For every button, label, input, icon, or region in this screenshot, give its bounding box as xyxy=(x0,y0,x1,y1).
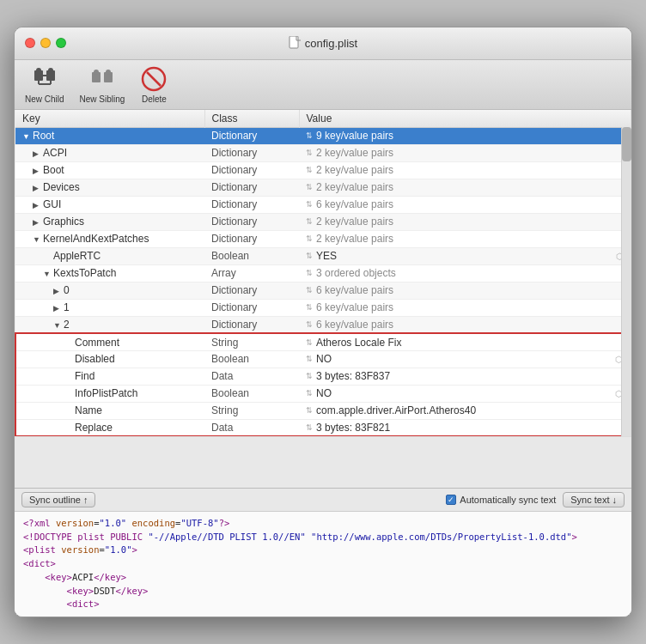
table-row[interactable]: ReplaceData⇅3 bytes: 83F821 xyxy=(15,419,631,436)
delete-icon xyxy=(140,65,168,93)
window-title: config.plist xyxy=(289,36,357,50)
row-key-cell: Disabled xyxy=(15,350,204,368)
table-row[interactable]: ▶0Dictionary⇅6 key/value pairs xyxy=(15,282,631,299)
svg-point-12 xyxy=(106,70,111,75)
col-header-value[interactable]: Value xyxy=(299,110,631,128)
table-row[interactable]: ▼KextsToPatchArray⇅3 ordered objects xyxy=(15,264,631,282)
row-class-cell: Dictionary xyxy=(204,299,299,316)
row-key-cell: ▼KernelAndKextPatches xyxy=(15,230,204,247)
table-row[interactable]: ▼RootDictionary⇅9 key/value pairs xyxy=(15,127,631,144)
svg-point-5 xyxy=(48,68,53,73)
xml-line-4: <dict> xyxy=(23,557,623,571)
row-key-cell: Comment xyxy=(15,333,204,350)
row-key-cell: Replace xyxy=(15,419,204,436)
row-class-cell: Data xyxy=(204,368,299,385)
delete-button[interactable]: Delete xyxy=(140,65,168,104)
row-class-cell: Boolean xyxy=(204,385,299,402)
table-row[interactable]: ▶GraphicsDictionary⇅2 key/value pairs xyxy=(15,213,631,230)
new-child-icon xyxy=(31,65,58,93)
xml-line-1: <?xml version="1.0" encoding="UTF-8"?> xyxy=(23,517,623,531)
sync-text-button[interactable]: Sync text ↓ xyxy=(563,492,625,507)
row-key-cell: ▶Boot xyxy=(15,161,204,179)
row-key-cell: ▶Devices xyxy=(15,179,204,196)
row-value-cell: ⇅NO⬡ xyxy=(299,385,631,402)
new-sibling-label: New Sibling xyxy=(80,94,125,104)
table-row[interactable]: ▶BootDictionary⇅2 key/value pairs xyxy=(15,161,631,179)
row-class-cell: Dictionary xyxy=(204,161,299,179)
row-value-cell: ⇅6 key/value pairs xyxy=(299,316,631,333)
row-key-cell: ▶1 xyxy=(15,299,204,316)
xml-line-3: <plist version="1.0"> xyxy=(23,544,623,557)
sync-outline-button[interactable]: Sync outline ↑ xyxy=(21,492,95,507)
file-icon xyxy=(289,36,301,50)
table-row[interactable]: DisabledBoolean⇅NO⬡ xyxy=(15,350,631,368)
row-class-cell: String xyxy=(204,402,299,419)
xml-line-6: <key>DSDT</key> xyxy=(23,585,623,598)
table-row[interactable]: FindData⇅3 bytes: 83F837 xyxy=(15,368,631,385)
row-value-cell: ⇅YES⬡ xyxy=(299,247,631,264)
auto-sync-label[interactable]: ✓ Automatically sync text xyxy=(446,495,556,505)
row-class-cell: Dictionary xyxy=(204,196,299,213)
close-button[interactable] xyxy=(25,38,35,48)
table-row[interactable]: NameString⇅com.apple.driver.AirPort.Athe… xyxy=(15,402,631,419)
bottom-area: Sync outline ↑ ✓ Automatically sync text… xyxy=(15,488,631,617)
sync-right: ✓ Automatically sync text Sync text ↓ xyxy=(446,492,625,507)
new-child-button[interactable]: New Child xyxy=(25,65,64,104)
row-value-cell: ⇅NO⬡ xyxy=(299,350,631,368)
zoom-button[interactable] xyxy=(56,38,66,48)
delete-label: Delete xyxy=(142,94,167,104)
table-row[interactable]: ▶DevicesDictionary⇅2 key/value pairs xyxy=(15,179,631,196)
svg-point-2 xyxy=(36,68,41,73)
table-row[interactable]: ▶GUIDictionary⇅6 key/value pairs xyxy=(15,196,631,213)
row-key-cell: Find xyxy=(15,368,204,385)
scrollbar-track[interactable] xyxy=(621,110,631,436)
table-row[interactable]: AppleRTCBoolean⇅YES⬡ xyxy=(15,247,631,264)
row-value-cell: ⇅6 key/value pairs xyxy=(299,196,631,213)
table-row[interactable]: ▶1Dictionary⇅6 key/value pairs xyxy=(15,299,631,316)
row-value-cell: ⇅Atheros Locale Fix xyxy=(299,333,631,350)
table-row[interactable]: ▼KernelAndKextPatchesDictionary⇅2 key/va… xyxy=(15,230,631,247)
row-key-cell: InfoPlistPatch xyxy=(15,385,204,402)
row-class-cell: Data xyxy=(204,419,299,436)
row-class-cell: Array xyxy=(204,264,299,282)
row-value-cell: ⇅6 key/value pairs xyxy=(299,299,631,316)
row-value-cell: ⇅2 key/value pairs xyxy=(299,144,631,161)
row-class-cell: Dictionary xyxy=(204,213,299,230)
row-key-cell: ▼2 xyxy=(15,316,204,333)
new-sibling-button[interactable]: New Sibling xyxy=(80,65,125,104)
row-class-cell: Boolean xyxy=(204,350,299,368)
table-row[interactable]: InfoPlistPatchBoolean⇅NO⬡ xyxy=(15,385,631,402)
plist-table-container: Key Class Value ▼RootDictionary⇅9 key/va… xyxy=(15,110,631,436)
table-row[interactable]: ▶ACPIDictionary⇅2 key/value pairs xyxy=(15,144,631,161)
plist-table: Key Class Value ▼RootDictionary⇅9 key/va… xyxy=(15,110,631,436)
xml-line-7: <dict> xyxy=(23,598,623,611)
row-class-cell: Dictionary xyxy=(204,179,299,196)
row-class-cell: Dictionary xyxy=(204,282,299,299)
xml-line-5: <key>ACPI</key> xyxy=(23,571,623,585)
row-value-cell: ⇅2 key/value pairs xyxy=(299,230,631,247)
new-child-label: New Child xyxy=(25,94,64,104)
new-sibling-icon xyxy=(88,65,116,93)
row-class-cell: Dictionary xyxy=(204,127,299,144)
row-class-cell: String xyxy=(204,333,299,350)
table-row[interactable]: CommentString⇅Atheros Locale Fix xyxy=(15,333,631,350)
row-value-cell: ⇅com.apple.driver.AirPort.Atheros40 xyxy=(299,402,631,419)
xml-editor[interactable]: <?xml version="1.0" encoding="UTF-8"?> <… xyxy=(15,512,631,617)
row-key-cell: AppleRTC xyxy=(15,247,204,264)
scrollbar-thumb[interactable] xyxy=(622,127,631,161)
auto-sync-checkbox[interactable]: ✓ xyxy=(446,495,456,505)
row-key-cell: Name xyxy=(15,402,204,419)
row-class-cell: Dictionary xyxy=(204,230,299,247)
sync-bar: Sync outline ↑ ✓ Automatically sync text… xyxy=(15,489,631,512)
row-key-cell: ▼Root xyxy=(15,127,204,144)
table-row[interactable]: ▼2Dictionary⇅6 key/value pairs xyxy=(15,316,631,333)
row-value-cell: ⇅9 key/value pairs xyxy=(299,127,631,144)
col-header-key[interactable]: Key xyxy=(15,110,204,128)
svg-point-10 xyxy=(94,70,99,75)
col-header-class[interactable]: Class xyxy=(204,110,299,128)
row-value-cell: ⇅2 key/value pairs xyxy=(299,179,631,196)
row-class-cell: Boolean xyxy=(204,247,299,264)
minimize-button[interactable] xyxy=(40,38,51,48)
row-key-cell: ▶GUI xyxy=(15,196,204,213)
svg-line-14 xyxy=(147,72,161,86)
